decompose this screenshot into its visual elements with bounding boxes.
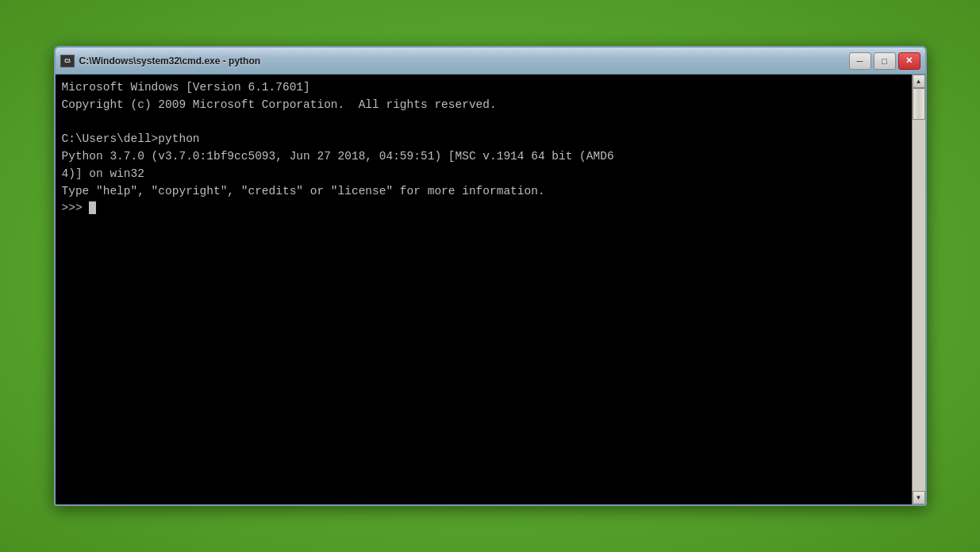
titlebar: C:\ C:\Windows\system32\cmd.exe - python… [56,48,925,75]
terminal-prompt: >>> [62,201,90,214]
scroll-track[interactable] [913,88,925,491]
terminal-line1: Microsoft Windows [Version 6.1.7601] [62,81,310,94]
terminal-output[interactable]: Microsoft Windows [Version 6.1.7601] Cop… [56,75,912,504]
close-button[interactable]: ✕ [898,52,920,70]
terminal-line4: C:\Users\dell>python [62,132,200,145]
terminal-line5: Python 3.7.0 (v3.7.0:1bf9cc5093, Jun 27 … [62,150,614,163]
minimize-button[interactable]: ─ [849,52,871,70]
window-icon: C:\ [60,55,75,67]
window-body: Microsoft Windows [Version 6.1.7601] Cop… [56,75,925,504]
window-title: C:\Windows\system32\cmd.exe - python [79,56,844,67]
terminal-line6: 4)] on win32 [62,167,144,180]
cursor [89,201,96,214]
scroll-up-button[interactable]: ▲ [913,75,925,88]
terminal-line2: Copyright (c) 2009 Microsoft Corporation… [62,98,497,111]
maximize-button[interactable]: □ [874,52,896,70]
scroll-down-button[interactable]: ▼ [913,491,925,504]
cmd-window: C:\ C:\Windows\system32\cmd.exe - python… [54,46,927,506]
scrollbar: ▲ ▼ [912,75,925,504]
terminal-line7: Type "help", "copyright", "credits" or "… [62,185,545,197]
window-controls: ─ □ ✕ [849,52,920,70]
scroll-thumb[interactable] [913,88,925,120]
